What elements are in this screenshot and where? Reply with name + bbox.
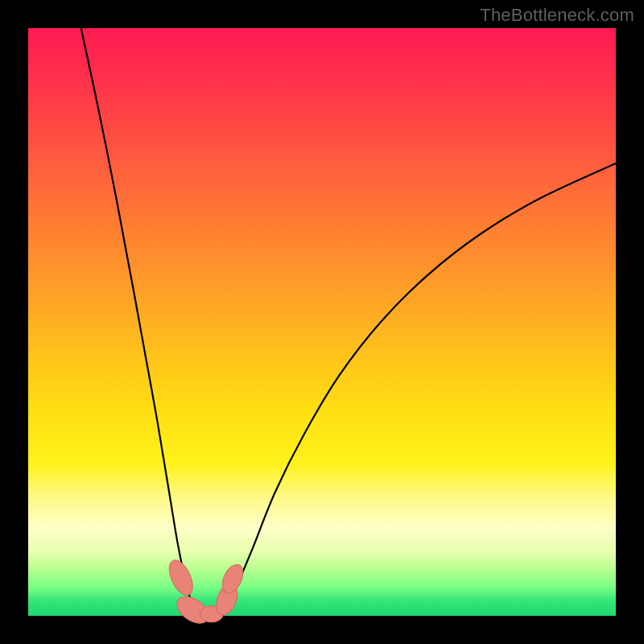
marker-group [164, 556, 247, 629]
chart-frame: TheBottleneck.com [0, 0, 644, 644]
curve-left-branch [81, 28, 196, 616]
watermark-text: TheBottleneck.com [480, 5, 634, 26]
curve-layer [28, 28, 616, 616]
data-marker [164, 556, 197, 598]
curve-right-branch [222, 163, 616, 616]
plot-area [28, 28, 616, 616]
